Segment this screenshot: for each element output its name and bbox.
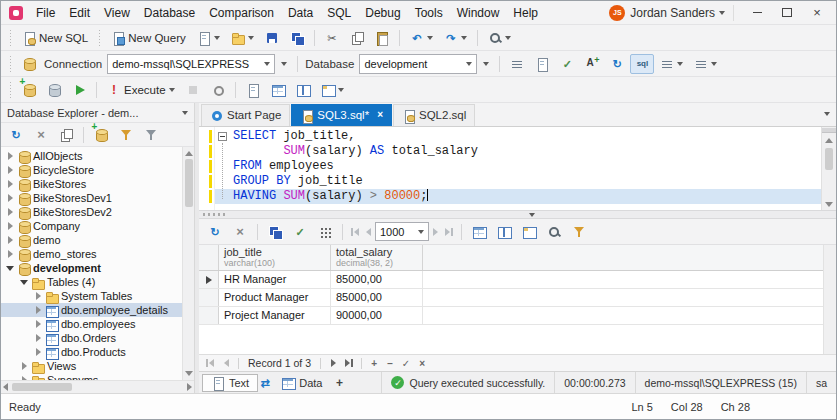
- expand-arrow-icon[interactable]: [5, 207, 15, 217]
- editor-vertical-scrollbar[interactable]: [821, 127, 836, 210]
- toolbar-grip[interactable]: [10, 30, 11, 46]
- grid-options-button[interactable]: [313, 222, 337, 242]
- query-options-button[interactable]: [655, 54, 688, 74]
- menu-edit[interactable]: Edit: [62, 3, 97, 23]
- tree-item-bikestoresdev2[interactable]: BikeStoresDev2: [1, 205, 182, 219]
- swap-results-icon[interactable]: [258, 376, 272, 390]
- results-split-button[interactable]: [291, 80, 315, 100]
- scroll-left-icon[interactable]: [3, 383, 8, 391]
- split-view-button[interactable]: [492, 222, 516, 242]
- expand-arrow-icon[interactable]: [5, 235, 15, 245]
- pivot-table-button[interactable]: [316, 80, 349, 100]
- cell-2-2[interactable]: 85000,00: [331, 289, 423, 306]
- spell-check-button[interactable]: [555, 54, 579, 74]
- row-selector[interactable]: [199, 289, 219, 306]
- results-position-button[interactable]: [266, 80, 290, 100]
- cell-3-1[interactable]: Project Manager: [219, 307, 331, 324]
- tree-item-allobjects[interactable]: AllObjects: [1, 149, 182, 163]
- tree-item-dbo-employee-details[interactable]: dbo.employee_details: [1, 303, 182, 317]
- next-page-button[interactable]: [430, 226, 441, 238]
- toolbar-grip[interactable]: [99, 30, 100, 46]
- editor-line-1[interactable]: SELECT job_title,: [233, 129, 821, 144]
- execute-button[interactable]: Execute: [102, 80, 180, 100]
- table-row-1[interactable]: HR Manager85000,00: [199, 271, 823, 289]
- expand-arrow-icon[interactable]: [33, 333, 43, 343]
- sql-formatting-toggle[interactable]: [630, 54, 654, 74]
- expand-arrow-icon[interactable]: [5, 249, 15, 259]
- horizontal-splitter[interactable]: [199, 210, 836, 219]
- expand-arrow-icon[interactable]: [33, 347, 43, 357]
- tree-item-development[interactable]: development: [1, 261, 182, 275]
- menu-window[interactable]: Window: [450, 3, 507, 23]
- explorer-stop-button[interactable]: [29, 125, 53, 145]
- toolbar-grip[interactable]: [10, 56, 11, 72]
- scroll-down-icon[interactable]: [825, 202, 833, 207]
- find-in-grid-button[interactable]: [542, 222, 566, 242]
- cancel-edit-button[interactable]: [415, 357, 429, 370]
- menu-data[interactable]: Data: [281, 3, 320, 23]
- minimize-button[interactable]: [742, 2, 772, 24]
- doc-tab-sql3-sql[interactable]: SQL3.sql*: [291, 104, 392, 126]
- copy-button[interactable]: [345, 28, 369, 48]
- tab-data[interactable]: Data: [272, 374, 331, 392]
- grid-corner[interactable]: [199, 245, 219, 270]
- expand-arrow-icon[interactable]: [19, 361, 29, 371]
- user-menu-caret-icon[interactable]: [719, 11, 725, 15]
- expand-arrow-icon[interactable]: [5, 151, 15, 161]
- explorer-copy-button[interactable]: [54, 125, 78, 145]
- scrollbar-thumb[interactable]: [825, 148, 833, 170]
- cell-1-2[interactable]: 85000,00: [331, 271, 423, 288]
- expand-arrow-icon[interactable]: [33, 319, 43, 329]
- tree-item-company[interactable]: Company: [1, 219, 182, 233]
- expand-arrow-icon[interactable]: [5, 221, 15, 231]
- last-record-button[interactable]: [342, 357, 356, 370]
- next-record-button[interactable]: [326, 357, 340, 370]
- menu-sql[interactable]: SQL: [320, 3, 358, 23]
- redo-button[interactable]: [439, 28, 472, 48]
- font-size-button[interactable]: [580, 54, 604, 74]
- editor-code-area[interactable]: SELECT job_title, SUM(salary) AS total_s…: [215, 127, 821, 210]
- explorer-refresh-button[interactable]: [4, 125, 28, 145]
- first-page-button[interactable]: [348, 226, 362, 238]
- editor-line-3[interactable]: FROM employees: [233, 159, 821, 174]
- paste-button[interactable]: [370, 28, 394, 48]
- tab-text[interactable]: Text: [202, 374, 258, 392]
- last-page-button[interactable]: [442, 226, 456, 238]
- new-document-button[interactable]: [192, 28, 225, 48]
- sql-editor[interactable]: SELECT job_title, SUM(salary) AS total_s…: [199, 127, 836, 210]
- filter-grid-button[interactable]: [567, 222, 591, 242]
- results-vertical-scrollbar[interactable]: [823, 245, 836, 354]
- prev-page-button[interactable]: [363, 226, 374, 238]
- user-avatar-icon[interactable]: JS: [609, 5, 625, 21]
- cell-1-1[interactable]: HR Manager: [219, 271, 331, 288]
- cut-button[interactable]: [320, 28, 344, 48]
- undo-button[interactable]: [405, 28, 438, 48]
- first-record-button[interactable]: [203, 357, 217, 370]
- explorer-horizontal-scrollbar[interactable]: [1, 380, 194, 393]
- connection-manager-button[interactable]: [17, 54, 41, 74]
- database-dropdown-button[interactable]: [478, 59, 494, 69]
- tree-item-views[interactable]: Views: [1, 359, 182, 373]
- query-profiler-button[interactable]: [241, 80, 265, 100]
- menu-tools[interactable]: Tools: [408, 3, 450, 23]
- close-tab-icon[interactable]: [377, 110, 383, 120]
- column-header-total-salary[interactable]: total_salarydecimal(38, 2): [331, 245, 423, 270]
- row-selector[interactable]: [199, 271, 219, 288]
- row-selector[interactable]: [199, 307, 219, 324]
- insert-record-button[interactable]: [367, 357, 381, 370]
- page-size-combobox[interactable]: 1000: [375, 222, 429, 241]
- expand-arrow-icon[interactable]: [19, 375, 29, 380]
- commit-button[interactable]: [288, 222, 312, 242]
- explorer-vertical-scrollbar[interactable]: [182, 147, 194, 380]
- doc-tab-start-page[interactable]: Start Page: [201, 104, 290, 126]
- tree-item-bikestoresdev1[interactable]: BikeStoresDev1: [1, 191, 182, 205]
- tree-item-tables-4[interactable]: Tables (4): [1, 275, 182, 289]
- doc-tab-sql2-sql[interactable]: SQL2.sql: [393, 104, 475, 126]
- tree-item-bicyclestore[interactable]: BicycleStore: [1, 163, 182, 177]
- menu-comparison[interactable]: Comparison: [202, 3, 281, 23]
- save-all-button[interactable]: [285, 28, 309, 48]
- new-connection-button[interactable]: [89, 125, 113, 145]
- expand-arrow-icon[interactable]: [5, 193, 15, 203]
- clear-filter-button[interactable]: [139, 125, 163, 145]
- column-header-job-title[interactable]: job_titlevarchar(100): [219, 245, 331, 270]
